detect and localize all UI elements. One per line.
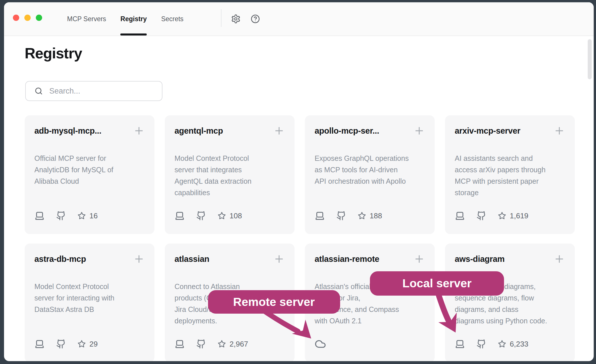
github-icon xyxy=(477,339,486,349)
server-description: Model Context Protocol server that integ… xyxy=(175,153,285,198)
add-server-button[interactable] xyxy=(273,125,285,136)
description-line: access arXiv papers through xyxy=(455,164,565,175)
server-name: agentql-mcp xyxy=(175,125,223,136)
zoom-window-button[interactable] xyxy=(36,15,42,21)
add-server-button[interactable] xyxy=(554,125,565,136)
description-line: storage xyxy=(455,187,565,198)
star-icon xyxy=(358,211,366,220)
description-line: AnalyticDB for MySQL of xyxy=(34,164,145,175)
page-title: Registry xyxy=(25,45,594,62)
star-count: 188 xyxy=(370,211,382,220)
main-tabs: MCP Servers Registry Secrets xyxy=(67,2,183,35)
server-card-grid: adb-mysql-mcp... Official MCP server for… xyxy=(25,115,575,361)
server-stats: 6,233 xyxy=(455,339,528,349)
plus-icon xyxy=(133,125,145,136)
star-icon xyxy=(77,211,86,220)
star-icon xyxy=(498,340,506,348)
server-stats: 29 xyxy=(34,339,98,349)
plus-icon xyxy=(273,125,285,136)
server-name: astra-db-mcp xyxy=(34,253,86,265)
vertical-scrollbar-thumb[interactable] xyxy=(588,39,592,79)
tab-mcp-servers[interactable]: MCP Servers xyxy=(67,2,106,35)
server-card-atlassian: atlassian Connect to Atlassian products … xyxy=(165,244,295,361)
server-card-adb-mysql-mcp: adb-mysql-mcp... Official MCP server for… xyxy=(25,115,154,234)
server-name: arxiv-mcp-server xyxy=(455,125,520,136)
description-line: capabilities xyxy=(175,187,285,198)
description-line: diagrams using Python code. xyxy=(455,315,565,327)
github-icon xyxy=(56,339,66,349)
server-card-arxiv-mcp-server: arxiv-mcp-server AI assistants search an… xyxy=(445,115,575,234)
server-stats: 2,967 xyxy=(175,339,248,349)
github-icon xyxy=(196,339,206,349)
server-name: adb-mysql-mcp... xyxy=(34,125,101,136)
search-icon xyxy=(34,87,43,95)
description-line: Alibaba Cloud xyxy=(34,175,145,187)
description-line: Atlassian's official MCP xyxy=(315,281,425,292)
github-icon xyxy=(477,211,486,221)
titlebar-divider xyxy=(221,9,221,27)
server-description: Atlassian's official MCP server for Jira… xyxy=(315,281,425,327)
server-name: atlassian-remote xyxy=(315,253,379,265)
titlebar-actions xyxy=(231,2,260,35)
star-count: 16 xyxy=(89,211,98,220)
laptop-icon xyxy=(315,211,325,221)
tab-registry[interactable]: Registry xyxy=(120,2,147,35)
add-server-button[interactable] xyxy=(133,253,145,265)
add-server-button[interactable] xyxy=(273,253,285,265)
help-icon xyxy=(250,14,260,24)
close-window-button[interactable] xyxy=(13,15,19,21)
server-name: apollo-mcp-ser... xyxy=(315,125,379,136)
minimize-window-button[interactable] xyxy=(24,15,31,21)
star-icon xyxy=(498,211,506,220)
server-description: Official MCP server for AnalyticDB for M… xyxy=(34,153,145,187)
server-card-agentql-mcp: agentql-mcp Model Context Protocol serve… xyxy=(165,115,295,234)
description-line: AgentQL data extraction xyxy=(175,175,285,187)
description-line: deployments. xyxy=(175,315,285,327)
server-card-atlassian-remote: atlassian-remote Atlassian's official MC… xyxy=(305,244,435,361)
description-line: MCP with persistent paper xyxy=(455,175,565,187)
description-line: server that integrates xyxy=(175,164,285,175)
server-description: Model Context Protocol server for intera… xyxy=(34,281,145,315)
tab-label: Registry xyxy=(120,15,147,23)
description-line: Confluence, and Compass xyxy=(315,304,425,315)
plus-icon xyxy=(273,253,285,265)
laptop-icon xyxy=(175,211,185,221)
search-input[interactable] xyxy=(49,86,158,96)
description-line: Official MCP server for xyxy=(34,153,145,164)
registry-page: Registry adb-mysql-mcp... Official MCP s… xyxy=(4,45,594,361)
plus-icon xyxy=(413,253,425,265)
description-line: Exposes GraphQL operations xyxy=(315,153,425,164)
star-count: 29 xyxy=(89,340,98,349)
add-server-button[interactable] xyxy=(413,125,425,136)
server-card-apollo-mcp-server: apollo-mcp-ser... Exposes GraphQL operat… xyxy=(305,115,435,234)
plus-icon xyxy=(413,125,425,136)
star-count: 2,967 xyxy=(230,340,248,349)
description-line: diagrams, and class xyxy=(455,304,565,315)
description-line: as MCP tools for AI-driven xyxy=(315,164,425,175)
traffic-lights xyxy=(13,15,42,21)
gear-icon xyxy=(231,14,241,24)
github-icon xyxy=(336,211,346,221)
description-line: Connect to Atlassian xyxy=(175,281,285,292)
add-server-button[interactable] xyxy=(554,253,565,265)
description-line: products (Confluence, xyxy=(175,292,285,304)
tab-secrets[interactable]: Secrets xyxy=(161,2,183,35)
plus-icon xyxy=(554,125,565,136)
add-server-button[interactable] xyxy=(133,125,145,136)
settings-button[interactable] xyxy=(231,14,241,24)
laptop-icon xyxy=(175,339,185,349)
star-count: 108 xyxy=(230,211,242,220)
help-button[interactable] xyxy=(250,14,260,24)
star-icon xyxy=(77,340,86,348)
description-line: Model Context Protocol xyxy=(175,153,285,164)
tab-label: MCP Servers xyxy=(67,15,106,23)
plus-icon xyxy=(554,253,565,265)
server-description: Exposes GraphQL operations as MCP tools … xyxy=(315,153,425,187)
description-line: with OAuth 2.1 xyxy=(315,315,425,327)
tab-label: Secrets xyxy=(161,15,183,23)
laptop-icon xyxy=(34,211,45,221)
add-server-button[interactable] xyxy=(413,253,425,265)
titlebar: MCP Servers Registry Secrets xyxy=(4,2,594,36)
description-line: DataStax Astra DB xyxy=(34,304,145,315)
search-box xyxy=(25,81,162,101)
